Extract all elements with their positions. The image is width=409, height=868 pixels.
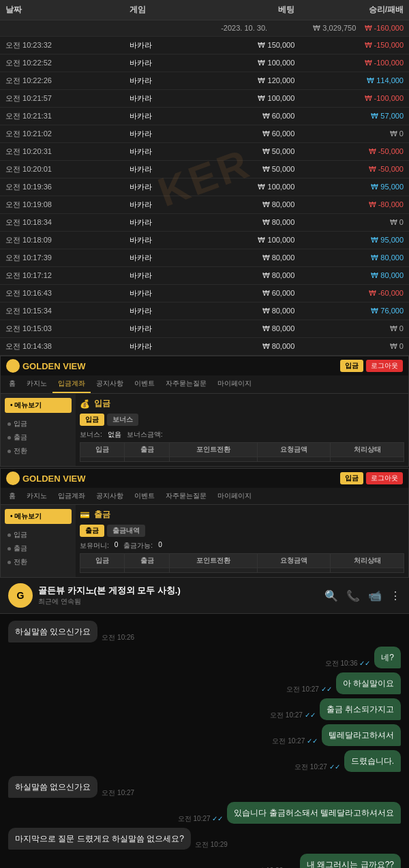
casino-deposit-header: GOLDEN VIEW 입금 로그아웃: [1, 356, 408, 375]
row-result: ₩ -150,000: [300, 37, 409, 55]
casino-deposit-tabs: 입금 보너스: [80, 414, 404, 426]
nav-event[interactable]: 이벤트: [129, 375, 160, 393]
casino-withdrawal-header-right: 입금 로그아웃: [340, 472, 403, 484]
cell-d1: [80, 457, 125, 462]
row-time: 오전 10:21:31: [0, 108, 124, 125]
bonus-amount-label: 보너스금액:: [127, 430, 163, 439]
deposit-info: 보너스: 없음 보너스금액:: [80, 430, 404, 439]
tab-deposit[interactable]: 입금: [80, 414, 104, 426]
row-result: ₩ 95,000: [300, 232, 409, 249]
row-result: ₩ -100,000: [300, 55, 409, 72]
sidebar-deposit-label-2: 입금: [14, 530, 27, 540]
nav-home-2[interactable]: 홈: [3, 488, 21, 504]
message-row: 오전 10:27 ✓✓ 아 하실말이요: [8, 672, 401, 694]
casino-withdrawal-screenshot: GOLDEN VIEW 입금 로그아웃 홈 카지노 입금계좌 공지사항 이벤트 …: [0, 468, 409, 578]
row-game: 바카라: [124, 196, 196, 214]
nav-event-2[interactable]: 이벤트: [129, 488, 160, 504]
cell-d5: [331, 457, 404, 462]
sidebar-deposit[interactable]: 입금: [5, 417, 72, 431]
dot-icon: [7, 450, 11, 453]
row-result: ₩ 57,000: [300, 108, 409, 125]
row-bet: ₩ 60,000: [197, 108, 301, 125]
message-time: 오전 10:26: [102, 633, 134, 642]
table-row: 오전 10:18:09 바카라 ₩ 100,000 ₩ 95,000: [0, 232, 409, 249]
nav-notice[interactable]: 공지사항: [91, 375, 129, 393]
casino-deposit-main: 💰 입금 입금 보너스 보너스: 없음 보너스금액: 입금 출금 포인트전환: [76, 394, 408, 466]
withdrawal-form-table: 입금 출금 포인트전환 요청금액 처리상태: [80, 553, 404, 573]
casino-withdrawal-body: • 메뉴보기 입금 출금 전환 💳 출금 출금 출금내역: [1, 505, 408, 577]
row-bet: ₩ 80,000: [197, 303, 301, 320]
nav-mypage[interactable]: 마이페이지: [212, 375, 257, 393]
row-game: 바카라: [124, 285, 196, 303]
nav-faq-2[interactable]: 자주묻는질문: [160, 488, 212, 504]
cell-d2: [125, 457, 169, 462]
table-row: 오전 10:21:57 바카라 ₩ 100,000 ₩ -100,000: [0, 90, 409, 108]
nav-casino-2[interactable]: 카지노: [21, 488, 52, 504]
row-result: ₩ 80,000: [300, 267, 409, 285]
message-row: 오전 10:27 ✓✓ 드렸습니다.: [8, 750, 401, 772]
deposit-btn[interactable]: 입금: [340, 360, 363, 372]
logout-btn-2[interactable]: 로그아웃: [366, 472, 403, 484]
sidebar-convert-2[interactable]: 전환: [5, 555, 72, 569]
row-bet: ₩ 80,000: [197, 249, 301, 267]
deposit-btn-2[interactable]: 입금: [340, 472, 363, 484]
sidebar-withdrawal[interactable]: 출금: [5, 431, 72, 444]
col-bet: 베팅: [197, 0, 301, 20]
table-row: 오전 10:17:39 바카라 ₩ 80,000 ₩ 80,000: [0, 249, 409, 267]
withdrawal-title: 💳 출금: [80, 509, 404, 521]
sidebar-convert[interactable]: 전환: [5, 444, 72, 458]
row-bet: ₩ 80,000: [197, 196, 301, 214]
row-game: 바카라: [124, 143, 196, 161]
row-bet: ₩ 120,000: [197, 72, 301, 90]
nav-mypage-2[interactable]: 마이페이지: [212, 488, 257, 504]
sidebar-withdrawal-label-2: 출금: [14, 544, 27, 553]
row-result: ₩ 0: [300, 214, 409, 232]
message-row: 오전 10:27 ✓✓ 텔레달라고하셔서: [8, 724, 401, 746]
call-icon[interactable]: 📞: [346, 589, 360, 602]
row-result: ₩ 80,000: [300, 249, 409, 267]
cell-w5: [331, 568, 404, 573]
deposit-form-table: 입금 출금 포인트전환 요청금액 처리상태: [80, 442, 404, 462]
row-game: 바카라: [124, 37, 196, 55]
cell-w2: [125, 568, 169, 573]
casino-withdrawal-nav: 홈 카지노 입금계좌 공지사항 이벤트 자주묻는질문 마이페이지: [1, 488, 408, 505]
logout-btn[interactable]: 로그아웃: [366, 360, 403, 372]
nav-faq[interactable]: 자주묻는질문: [160, 375, 212, 393]
transaction-section: KER 날짜 게임 베팅 승리/패배 -2023. 10. 30. ₩ 3,02…: [0, 0, 409, 356]
message-time: 오전 10:27 ✓✓: [272, 737, 318, 746]
message-bubble: 네?: [374, 647, 401, 668]
nav-notice-2[interactable]: 공지사항: [91, 488, 129, 504]
nav-home[interactable]: 홈: [3, 375, 21, 393]
tab-bonus[interactable]: 보너스: [107, 414, 138, 426]
row-game: 바카라: [124, 267, 196, 285]
video-icon[interactable]: 📹: [368, 589, 382, 602]
tab-withdrawal[interactable]: 출금: [80, 525, 104, 537]
th-withdrawal: 출금: [125, 443, 169, 457]
logo-icon: [6, 359, 20, 373]
nav-casino[interactable]: 카지노: [21, 375, 52, 393]
row-time: 오전 10:22:26: [0, 72, 124, 90]
casino-withdrawal-tabs: 출금 출금내역: [80, 525, 404, 537]
menu-btn[interactable]: • 메뉴보기: [5, 398, 72, 413]
message-row: 오전 10:27 ✓✓ 있습니다 출금허소돼서 텔레달라고하셔서요: [8, 802, 401, 824]
tab-withdrawal-history[interactable]: 출금내역: [107, 525, 145, 537]
sidebar-withdrawal-2[interactable]: 출금: [5, 542, 72, 555]
row-game: 바카라: [124, 108, 196, 125]
row-time: 오전 10:15:03: [0, 320, 124, 338]
sidebar-deposit-2[interactable]: 입금: [5, 528, 72, 542]
table-row: 오전 10:22:52 바카라 ₩ 100,000 ₩ -100,000: [0, 55, 409, 72]
nav-deposit[interactable]: 입금계좌: [52, 375, 91, 393]
message-bubble: 드렸습니다.: [344, 750, 401, 772]
nav-deposit-2[interactable]: 입금계좌: [52, 488, 91, 504]
row-bet: ₩ 80,000: [197, 214, 301, 232]
row-result: ₩ -50,000: [300, 143, 409, 161]
table-row: 오전 10:19:08 바카라 ₩ 80,000 ₩ -80,000: [0, 196, 409, 214]
row-result: ₩ -50,000: [300, 161, 409, 179]
deposit-icon: 💰: [80, 399, 90, 409]
bonus-label: 보너스:: [80, 430, 102, 439]
more-icon[interactable]: ⋮: [390, 589, 401, 602]
search-icon[interactable]: 🔍: [324, 589, 338, 602]
row-time: 오전 10:19:08: [0, 196, 124, 214]
menu-btn-2[interactable]: • 메뉴보기: [5, 509, 72, 524]
message-bubble: 출금 취소되가지고: [320, 698, 401, 720]
